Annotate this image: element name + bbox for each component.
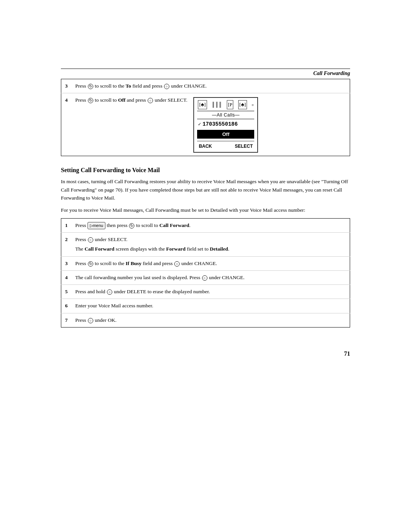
phone-screen: [♣] ║║║ [P [♣] ▫ —All Calls— ✓ — [193, 97, 258, 153]
step-number: 4 — [61, 270, 72, 284]
step-number: 1 — [61, 218, 72, 232]
bottom-instruction-table: 1 Press ▷menu then press ↻ to scroll to … — [61, 218, 350, 328]
table-row: 4 The call forwarding number you last us… — [61, 270, 350, 284]
step-content: The call forwarding number you last used… — [72, 270, 350, 284]
phone-icon-5: ▫ — [252, 101, 253, 109]
scroll-icon: ↻ — [88, 261, 93, 267]
step-number: 4 — [61, 93, 72, 156]
phone-number-row: ✓ 17035550186 — [197, 120, 254, 128]
circle-icon: ○ — [174, 261, 180, 267]
step-number: 7 — [61, 313, 72, 327]
page-content: Call Forwarding 3 Press ↻ to scroll to t… — [61, 0, 350, 369]
circle-icon: ○ — [88, 237, 93, 243]
table-row: 6 Enter your Voice Mail access number. — [61, 299, 350, 313]
table-row: 3 Press ↻ to scroll to the If Busy field… — [61, 256, 350, 270]
phone-title-bar: —All Calls— — [197, 111, 254, 119]
phone-softkeys: BACK SELECT — [197, 141, 254, 150]
phone-icon-4: [♣] — [238, 100, 247, 109]
circle-icon: ○ — [164, 84, 169, 89]
step-number: 3 — [61, 256, 72, 270]
section-title: Setting Call Forwarding to Voice Mail — [61, 167, 350, 174]
scroll-icon: ↻ — [88, 98, 93, 103]
step-with-image: Press ↻ to scroll to Off and press ○ und… — [75, 96, 346, 153]
section-header: Call Forwarding — [61, 69, 350, 77]
scroll-icon: ↻ — [88, 84, 93, 89]
table-row: 5 Press and hold ○ under DELETE to erase… — [61, 285, 350, 299]
step-content: Press ○ under OK. — [72, 313, 350, 327]
step-number: 2 — [61, 232, 72, 256]
circle-icon: ○ — [148, 98, 153, 103]
table-row: 4 Press ↻ to scroll to Off and press ○ u… — [61, 93, 350, 156]
sub-text: The Call Forward screen displays with th… — [75, 245, 346, 253]
step-content: Press ↻ to scroll to the If Busy field a… — [72, 256, 350, 270]
phone-selected-option: Off — [197, 130, 254, 139]
step-content: Press and hold ○ under DELETE to erase t… — [72, 285, 350, 299]
circle-icon: ○ — [202, 275, 207, 281]
step-content: Press ○ under SELECT. The Call Forward s… — [72, 232, 350, 256]
table-row: 7 Press ○ under OK. — [61, 313, 350, 327]
table-row: 3 Press ↻ to scroll to the To field and … — [61, 79, 350, 93]
table-row: 2 Press ○ under SELECT. The Call Forward… — [61, 232, 350, 256]
step-number: 3 — [61, 79, 72, 93]
circle-icon: ○ — [88, 318, 93, 323]
step-text: Press ↻ to scroll to Off and press ○ und… — [75, 96, 188, 104]
softkey-back: BACK — [199, 143, 212, 150]
step-content: Press ▷menu then press ↻ to scroll to Ca… — [72, 218, 350, 232]
step-content: Press ↻ to scroll to the To field and pr… — [72, 79, 350, 93]
step-number: 5 — [61, 285, 72, 299]
circle-icon: ○ — [107, 289, 112, 295]
phone-icons-row: [♣] ║║║ [P [♣] ▫ — [197, 100, 254, 109]
phone-icon-2: ║║║ — [212, 101, 222, 109]
softkey-select: SELECT — [235, 143, 253, 150]
menu-button-icon: ▷menu — [88, 222, 106, 229]
section-para1: In most cases, turning off Call Forwardi… — [61, 177, 350, 202]
table-row: 1 Press ▷menu then press ↻ to scroll to … — [61, 218, 350, 232]
phone-icon-3: [P — [227, 100, 234, 109]
step-content: Enter your Voice Mail access number. — [72, 299, 350, 313]
step-number: 6 — [61, 299, 72, 313]
phone-number: 17035550186 — [202, 120, 237, 128]
scroll-icon: ↻ — [129, 223, 134, 228]
top-instruction-table: 3 Press ↻ to scroll to the To field and … — [61, 79, 350, 156]
page-number: 71 — [344, 350, 350, 357]
section-para2: For you to receive Voice Mail messages, … — [61, 206, 350, 214]
phone-icon-1: [♣] — [198, 100, 207, 109]
step-content: Press ↻ to scroll to Off and press ○ und… — [72, 93, 350, 156]
check-mark-icon: ✓ — [198, 121, 201, 128]
phone-title: All Calls — [217, 112, 235, 118]
